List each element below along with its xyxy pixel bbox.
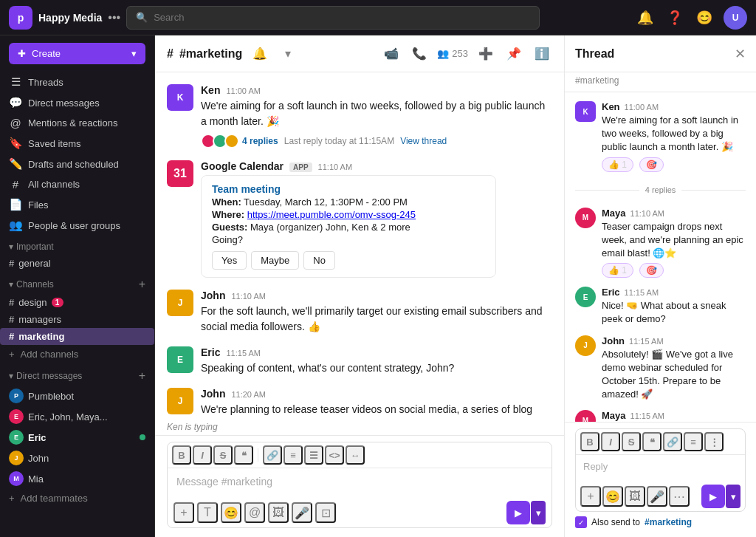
- video-icon[interactable]: 📹: [381, 44, 402, 64]
- thread-send-dropdown[interactable]: ▾: [726, 485, 740, 508]
- dm-item-group[interactable]: E Eric, John, Maya...: [0, 406, 154, 427]
- channel-item-managers[interactable]: # managers: [0, 311, 154, 328]
- thread-audio-icon[interactable]: 🎤: [647, 486, 667, 507]
- channel-item-design[interactable]: # design ••• 1: [0, 294, 154, 311]
- view-thread-link[interactable]: View thread: [400, 136, 447, 146]
- dm-icon: 💬: [9, 96, 22, 109]
- bell-icon[interactable]: 🔔: [635, 7, 656, 28]
- reaction-thumbsup[interactable]: 👍 1: [602, 157, 633, 172]
- more-actions-icon[interactable]: ⊡: [315, 502, 336, 523]
- sidebar-item-mentions[interactable]: @ Mentions & reactions: [0, 113, 154, 133]
- channel-name: #marketing: [179, 47, 242, 61]
- thread-emoji-icon[interactable]: 😊: [602, 486, 623, 507]
- add-member-icon[interactable]: ➕: [475, 44, 496, 64]
- more-format-button[interactable]: ↔: [346, 445, 365, 465]
- attach-icon[interactable]: +: [173, 502, 194, 523]
- sidebar-item-drafts[interactable]: ✏️ Drafts and scheduled: [0, 154, 154, 174]
- dm-item-pumblebot[interactable]: P Pumblebot: [0, 386, 154, 406]
- dm-item-eric[interactable]: E Eric: [0, 427, 154, 448]
- sidebar-item-saved[interactable]: 🔖 Saved items: [0, 133, 154, 154]
- dm-item-mia[interactable]: M Mia: [0, 468, 154, 489]
- help-icon[interactable]: ❓: [664, 7, 685, 28]
- strikethrough-button[interactable]: S: [213, 445, 233, 465]
- dm-item-john[interactable]: J John: [0, 448, 154, 468]
- also-send-channel[interactable]: #marketing: [645, 517, 692, 527]
- eric-avatar: E: [9, 430, 24, 445]
- add-teammates-item[interactable]: + Add teammates: [0, 489, 154, 507]
- thread-bold-button[interactable]: B: [580, 432, 599, 451]
- reply-count[interactable]: 4 replies: [242, 136, 278, 146]
- text-format-icon[interactable]: T: [197, 502, 218, 523]
- emoji-icon[interactable]: 😊: [694, 7, 715, 28]
- audio-icon[interactable]: 🎤: [292, 502, 312, 523]
- channel-item-general[interactable]: # general: [0, 255, 154, 272]
- thread-reply-input[interactable]: Reply: [576, 455, 745, 482]
- sidebar-item-files-label: Files: [28, 199, 48, 211]
- eric-message-content: Eric 11:15 AM Speaking of content, what'…: [201, 346, 552, 376]
- member-count[interactable]: 👥 253: [437, 48, 468, 59]
- sidebar-item-threads[interactable]: ☰ Threads: [0, 72, 154, 92]
- info-icon[interactable]: ℹ️: [532, 44, 552, 64]
- channel-design-label: design: [18, 297, 47, 308]
- create-button[interactable]: ✚ Create ▾: [9, 43, 145, 64]
- unordered-list-button[interactable]: ☰: [304, 445, 323, 465]
- channel-chevron-icon[interactable]: ▾: [278, 44, 298, 64]
- thread-image-icon[interactable]: 🖼: [625, 486, 645, 507]
- notification-bell-icon[interactable]: 🔔: [250, 44, 270, 64]
- emoji-picker-icon[interactable]: 😊: [221, 502, 241, 523]
- chat-header: # #marketing 🔔 ▾ 📹 📞 👥 253 ➕ 📌 ℹ️: [155, 35, 564, 72]
- dm-section-label[interactable]: ▾ Direct messages: [9, 371, 82, 381]
- thread-link-button[interactable]: 🔗: [663, 432, 682, 451]
- thread-strikethrough-button[interactable]: S: [622, 432, 641, 451]
- pin-icon[interactable]: 📌: [504, 44, 524, 64]
- thread-attach-icon[interactable]: +: [580, 486, 601, 507]
- calendar-avatar: 31: [167, 160, 193, 187]
- add-channel-icon[interactable]: +: [139, 278, 145, 291]
- thread-close-button[interactable]: ✕: [735, 46, 746, 62]
- john2-time: 11:20 AM: [231, 390, 265, 399]
- eric-time: 11:15 AM: [226, 349, 260, 358]
- main-layout: ✚ Create ▾ ☰ Threads 💬 Direct messages @…: [0, 35, 756, 537]
- event-title[interactable]: Team meeting: [212, 183, 485, 195]
- maya1-reaction-target[interactable]: 🎯: [639, 263, 664, 278]
- thread-italic-button[interactable]: I: [601, 432, 620, 451]
- thread-blockquote-button[interactable]: ❝: [642, 432, 662, 451]
- sidebar-item-direct-messages[interactable]: 💬 Direct messages: [0, 92, 154, 113]
- add-dm-icon[interactable]: +: [139, 369, 145, 383]
- bold-button[interactable]: B: [172, 445, 191, 465]
- add-channels-item[interactable]: + Add channels: [0, 345, 154, 363]
- send-button[interactable]: ▶: [506, 501, 530, 524]
- code-button[interactable]: <>: [325, 445, 344, 465]
- thread-more-actions-icon[interactable]: ⋯: [669, 486, 690, 507]
- sidebar-item-files[interactable]: 📄 Files: [0, 194, 154, 215]
- thread-list-button[interactable]: ≡: [684, 432, 703, 451]
- reaction-target[interactable]: 🎯: [639, 157, 664, 172]
- message-input[interactable]: Message #marketing: [168, 468, 551, 498]
- search-bar[interactable]: 🔍: [126, 6, 540, 30]
- mention-icon[interactable]: @: [244, 502, 265, 523]
- search-input[interactable]: [154, 12, 530, 23]
- thread-more-button[interactable]: ⋮: [704, 432, 724, 451]
- blockquote-button[interactable]: ❝: [234, 445, 253, 465]
- rsvp-maybe-button[interactable]: Maybe: [251, 251, 299, 270]
- channels-section-header: ▾ Channels +: [0, 272, 154, 294]
- italic-button[interactable]: I: [193, 445, 212, 465]
- sidebar-item-people[interactable]: 👥 People & user groups: [0, 215, 154, 236]
- user-avatar[interactable]: U: [724, 6, 747, 30]
- important-section-label[interactable]: ▾ Important: [9, 242, 54, 252]
- rsvp-yes-button[interactable]: Yes: [212, 251, 247, 270]
- rsvp-no-button[interactable]: No: [303, 251, 335, 270]
- phone-icon[interactable]: 📞: [409, 44, 430, 64]
- channels-section-label[interactable]: ▾ Channels: [9, 279, 54, 290]
- ordered-list-button[interactable]: ≡: [284, 445, 303, 465]
- event-link[interactable]: https://meet.pumble.com/omv-ssog-245: [247, 209, 416, 220]
- thread-send-button[interactable]: ▶: [701, 485, 725, 508]
- send-dropdown-button[interactable]: ▾: [531, 501, 546, 524]
- channel-item-marketing[interactable]: # marketing: [0, 328, 154, 345]
- also-send-checkbox[interactable]: ✓: [575, 516, 587, 528]
- workspace-more-icon[interactable]: •••: [108, 11, 120, 24]
- image-icon[interactable]: 🖼: [268, 502, 289, 523]
- sidebar-item-all-channels[interactable]: # All channels: [0, 174, 154, 194]
- link-button[interactable]: 🔗: [263, 445, 282, 465]
- maya1-reaction-thumbsup[interactable]: 👍 1: [602, 263, 633, 278]
